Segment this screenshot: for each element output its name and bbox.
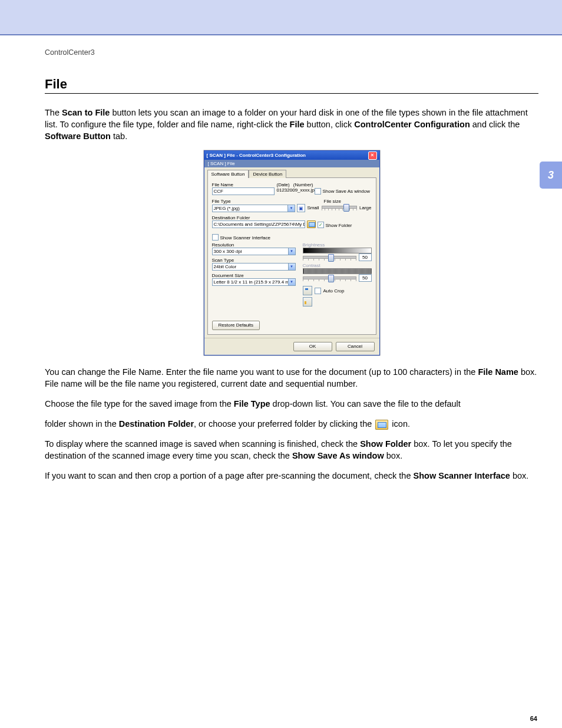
paragraph-6: If you want to scan and then crop a port… — [45, 470, 538, 482]
dialog-title: [ SCAN ] File - ControlCenter3 Configura… — [207, 151, 306, 160]
resolution-label: Resolution — [212, 242, 295, 248]
date-preview: 01232009_xxxx.jpg — [277, 187, 312, 193]
dialog-subheader: [ SCAN ] File — [204, 160, 379, 167]
show-save-as-label: Show Save As window — [323, 189, 371, 194]
show-scanner-checkbox[interactable] — [212, 234, 219, 241]
show-save-as-checkbox[interactable] — [315, 188, 321, 195]
show-folder-label: Show Folder — [326, 223, 352, 228]
tab-software-button[interactable]: Software Button — [207, 170, 249, 178]
dialog-tabs: Software Button Device Button — [207, 169, 379, 177]
restore-defaults-button[interactable]: Restore Defaults — [212, 321, 260, 330]
chevron-down-icon: ▼ — [288, 279, 295, 285]
page-title: File — [45, 77, 538, 92]
show-scanner-label: Show Scanner Interface — [220, 235, 270, 241]
title-rule — [45, 93, 538, 94]
brightness-label: Brightness — [303, 242, 372, 248]
paragraph-1: The Scan to File button lets you scan an… — [45, 107, 538, 142]
file-size-slider[interactable] — [322, 206, 358, 209]
number-label: (Number) — [293, 182, 313, 187]
size-small-label: Small — [308, 205, 319, 210]
file-name-label: File Name — [212, 182, 275, 187]
brightness-slider[interactable] — [303, 256, 356, 259]
doc-size-select[interactable]: Letter 8 1/2 x 11 in (215.9 x 279.4 mm)▼ — [212, 278, 296, 286]
auto-crop-label: Auto Crop — [323, 288, 345, 294]
resolution-select[interactable]: 300 x 300 dpi▼ — [212, 248, 296, 255]
dialog-button-row: OK Cancel — [204, 338, 379, 355]
contrast-label: Contrast — [303, 263, 372, 268]
scan-type-label: Scan Type — [212, 258, 295, 263]
top-margin-bar — [0, 0, 562, 35]
crop-preview-icon-a — [303, 286, 312, 295]
file-type-label: File Type — [212, 199, 305, 204]
file-type-select[interactable]: JPEG (*.jpg)▼ — [212, 205, 295, 212]
file-size-button-icon[interactable]: ▣ — [297, 204, 305, 212]
chevron-down-icon: ▼ — [287, 205, 295, 212]
size-large-label: Large — [359, 205, 371, 210]
page-content: ControlCenter3 File The Scan to File but… — [0, 35, 562, 513]
tab-device-button[interactable]: Device Button — [249, 170, 286, 178]
file-name-field[interactable]: CCF — [212, 187, 275, 195]
contrast-value[interactable]: 50 — [359, 274, 372, 282]
chevron-down-icon: ▼ — [288, 248, 295, 255]
browse-folder-icon — [375, 420, 388, 430]
brightness-value[interactable]: 50 — [359, 253, 372, 261]
paragraph-5: To display where the scanned image is sa… — [45, 438, 538, 462]
cancel-button[interactable]: Cancel — [336, 342, 375, 351]
date-label: (Date) — [277, 182, 290, 187]
ok-button[interactable]: OK — [293, 342, 332, 351]
file-size-label: File size — [324, 199, 372, 204]
auto-crop-checkbox[interactable] — [315, 288, 321, 294]
show-folder-checkbox[interactable]: ✓ — [318, 222, 324, 228]
doc-size-label: Document Size — [212, 273, 295, 278]
chevron-down-icon: ▼ — [288, 263, 295, 270]
breadcrumb: ControlCenter3 — [45, 48, 538, 57]
brightness-gradient — [303, 248, 372, 253]
close-icon[interactable]: × — [368, 151, 377, 160]
paragraph-3: Choose the file type for the saved image… — [45, 398, 538, 410]
config-dialog: [ SCAN ] File - ControlCenter3 Configura… — [204, 150, 380, 355]
scan-type-select[interactable]: 24bit Color▼ — [212, 263, 296, 271]
paragraph-2: You can change the File Name. Enter the … — [45, 366, 538, 390]
dialog-titlebar: [ SCAN ] File - ControlCenter3 Configura… — [204, 151, 379, 160]
browse-folder-icon[interactable] — [307, 220, 316, 228]
contrast-slider[interactable] — [303, 276, 356, 279]
dialog-panel: File Name CCF (Date)(Number) 01232009_xx… — [207, 177, 376, 335]
destination-folder-label: Destination Folder — [212, 215, 372, 220]
destination-folder-field[interactable]: C:\Documents and Settings\ZZP25674\My Do… — [212, 220, 305, 228]
paragraph-4: folder shown in the Destination Folder, … — [45, 418, 538, 430]
contrast-gradient — [303, 268, 372, 274]
crop-preview-icon-b — [303, 297, 312, 307]
